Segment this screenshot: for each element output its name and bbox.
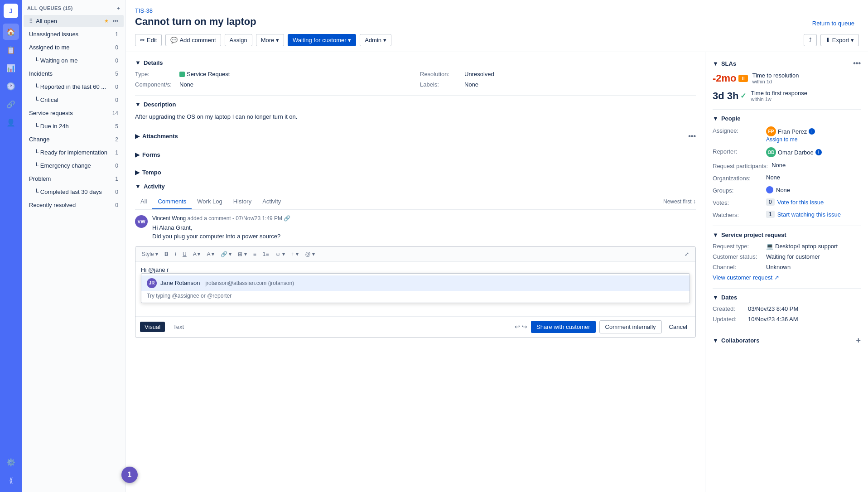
groups-row: Groups: None xyxy=(713,186,861,194)
visual-tab[interactable]: Visual xyxy=(140,322,165,332)
queue-label-waiting-on-me: └ Waiting on me xyxy=(34,57,115,64)
tab-worklog[interactable]: Work Log xyxy=(192,194,227,209)
issue-body: ▼ Details Type: Service Request Resoluti… xyxy=(126,52,868,492)
tab-all[interactable]: All xyxy=(135,194,152,209)
queue-item-recently-resolved[interactable]: Recently resolved 0 xyxy=(24,199,124,211)
queue-count-ready-for-impl: 1 xyxy=(115,150,118,156)
nav-icon-chart[interactable]: 📊 xyxy=(3,60,19,76)
tempo-header[interactable]: ▶ Tempo xyxy=(135,165,696,179)
activity-header[interactable]: ▼ Activity xyxy=(135,183,696,190)
reporter-info-dot[interactable]: i xyxy=(815,149,822,155)
emoji-btn[interactable]: ☺ ▾ xyxy=(272,250,288,259)
slas-title: SLAs xyxy=(721,60,736,67)
tour-bubble[interactable]: 1 xyxy=(121,467,138,483)
more-icon[interactable]: ••• xyxy=(112,18,118,24)
issue-id[interactable]: TIS-38 xyxy=(135,7,859,14)
share-with-customer-btn[interactable]: Share with customer xyxy=(531,321,596,333)
mention-item-jane[interactable]: JR Jane Rotanson jrotanson@atlassian.com… xyxy=(141,275,690,291)
queue-add-btn[interactable]: + xyxy=(117,5,120,11)
share-btn[interactable]: ⤴ xyxy=(804,34,817,46)
tab-comments[interactable]: Comments xyxy=(152,194,192,209)
underline-btn[interactable]: U xyxy=(180,250,189,259)
export-btn[interactable]: ⬇ Export ▾ xyxy=(820,34,859,46)
bullet-list-btn[interactable]: ≡ xyxy=(251,250,259,259)
request-participants-row: Request participants: None xyxy=(713,162,861,169)
queue-count-incidents: 5 xyxy=(115,71,118,77)
slas-more-btn[interactable]: ••• xyxy=(853,59,861,68)
nav-icon-board[interactable]: 📋 xyxy=(3,42,19,58)
forms-header[interactable]: ▶ Forms xyxy=(135,148,696,162)
attachments-header[interactable]: ▶ Attachments ••• xyxy=(135,129,696,144)
queue-item-service-requests[interactable]: Service requests 14 xyxy=(24,107,124,119)
queue-item-critical[interactable]: └ Critical 0 xyxy=(24,94,124,106)
link-btn[interactable]: 🔗 ▾ xyxy=(218,250,234,259)
admin-btn[interactable]: Admin ▾ xyxy=(360,34,391,46)
view-customer-request-link[interactable]: View customer request ↗ xyxy=(713,274,779,281)
queue-item-completed-last-30[interactable]: └ Completed last 30 days 0 xyxy=(24,186,124,198)
details-section-header[interactable]: ▼ Details xyxy=(135,59,696,66)
comment-author-link[interactable]: Vincent Wong xyxy=(152,215,186,222)
vote-link[interactable]: Vote for this issue xyxy=(777,199,824,206)
comment-timestamp: 07/Nov/23 1:49 PM xyxy=(236,215,282,222)
italic-btn[interactable]: I xyxy=(172,250,179,259)
collaborators-add-btn[interactable]: + xyxy=(856,336,861,345)
sla-item-resolution: -2mo ⏸ Time to resolution within 1d xyxy=(713,72,861,84)
attachments-more-btn[interactable]: ••• xyxy=(688,132,696,140)
sla-sub-resolution: within 1d xyxy=(752,79,861,84)
comment-internally-btn[interactable]: Comment internally xyxy=(599,320,662,333)
nav-icon-link[interactable]: 🔗 xyxy=(3,96,19,112)
style-dropdown[interactable]: Style ▾ xyxy=(139,250,161,259)
more-btn[interactable]: More ▾ xyxy=(256,34,284,46)
nav-icon-settings[interactable]: ⚙️ xyxy=(3,454,19,470)
queue-item-assigned-to-me[interactable]: Assigned to me 0 xyxy=(24,41,124,53)
undo-btn[interactable]: ↩ xyxy=(515,323,520,330)
description-header[interactable]: ▼ Description xyxy=(135,101,696,108)
bold-btn[interactable]: B xyxy=(162,250,171,259)
queue-item-ready-for-impl[interactable]: └ Ready for implementation 1 xyxy=(24,146,124,159)
emoji-color-btn[interactable]: A ▾ xyxy=(204,250,217,259)
queue-label-reported-last-60: └ Reported in the last 60 ... xyxy=(34,83,115,90)
redo-btn[interactable]: ↪ xyxy=(522,323,527,330)
tab-activity[interactable]: Activity xyxy=(257,194,286,209)
comment-editor: Style ▾ B I U A ▾ A ▾ 🔗 ▾ ⊞ ▾ ≡ 1≡ ☺ ▾ +… xyxy=(135,246,696,338)
nav-icon-home[interactable]: 🏠 xyxy=(3,24,19,40)
issue-header: TIS-38 Cannot turn on my laptop Return t… xyxy=(126,0,868,52)
updated-row: Updated: 10/Nov/23 4:36 AM xyxy=(713,316,861,323)
watch-link[interactable]: Start watching this issue xyxy=(777,211,841,218)
assignee-info-dot[interactable]: i xyxy=(809,128,815,135)
queue-item-all-open[interactable]: ⠿ All open ★ ••• xyxy=(24,15,124,27)
numbered-list-btn[interactable]: 1≡ xyxy=(260,250,272,259)
queue-label-unassigned: Unassigned issues xyxy=(29,31,115,38)
assign-btn[interactable]: Assign xyxy=(225,34,252,46)
nav-icon-user[interactable]: 👤 xyxy=(3,114,19,130)
sla-pause-btn[interactable]: ⏸ xyxy=(738,75,748,82)
mention-btn[interactable]: @ ▾ xyxy=(302,250,318,259)
queue-item-change[interactable]: Change 2 xyxy=(24,133,124,145)
status-btn[interactable]: Waiting for customer ▾ xyxy=(288,34,356,46)
queue-item-emergency-change[interactable]: └ Emergency change 0 xyxy=(24,159,124,172)
nav-icon-expand[interactable]: ⟪ xyxy=(3,472,19,488)
edit-btn[interactable]: ✏ Edit xyxy=(135,34,162,46)
activity-sort-btn[interactable]: Newest first ↕ xyxy=(663,198,696,205)
votes-value: 0 Vote for this issue xyxy=(766,198,824,206)
return-to-queue-btn[interactable]: Return to queue xyxy=(808,18,859,29)
editor-expand-btn[interactable]: ⤢ xyxy=(682,250,692,259)
queue-item-incidents[interactable]: Incidents 5 xyxy=(24,68,124,80)
add-btn[interactable]: + ▾ xyxy=(289,250,301,259)
tab-history[interactable]: History xyxy=(228,194,257,209)
text-tab[interactable]: Text xyxy=(169,322,188,332)
editor-body[interactable]: Hi @jane r JR Jane Rotanson jrotanson@at… xyxy=(135,262,695,316)
queue-item-unassigned[interactable]: Unassigned issues 1 xyxy=(24,28,124,40)
queue-item-waiting-on-me[interactable]: └ Waiting on me 0 xyxy=(24,54,124,67)
cancel-btn[interactable]: Cancel xyxy=(665,321,691,333)
queue-item-reported-last-60[interactable]: └ Reported in the last 60 ... 0 xyxy=(24,81,124,93)
queue-item-due-in-24h[interactable]: └ Due in 24h 5 xyxy=(24,120,124,132)
add-comment-btn[interactable]: 💬 Add comment xyxy=(165,34,221,46)
insert-btn[interactable]: ⊞ ▾ xyxy=(235,250,249,259)
queue-item-problem[interactable]: Problem 1 xyxy=(24,173,124,185)
created-label: Created: xyxy=(713,305,744,312)
text-color-btn[interactable]: A ▾ xyxy=(190,250,203,259)
app-logo[interactable]: J xyxy=(4,4,18,18)
assign-to-me-link[interactable]: Assign to me xyxy=(766,136,861,143)
nav-icon-clock[interactable]: 🕐 xyxy=(3,78,19,94)
